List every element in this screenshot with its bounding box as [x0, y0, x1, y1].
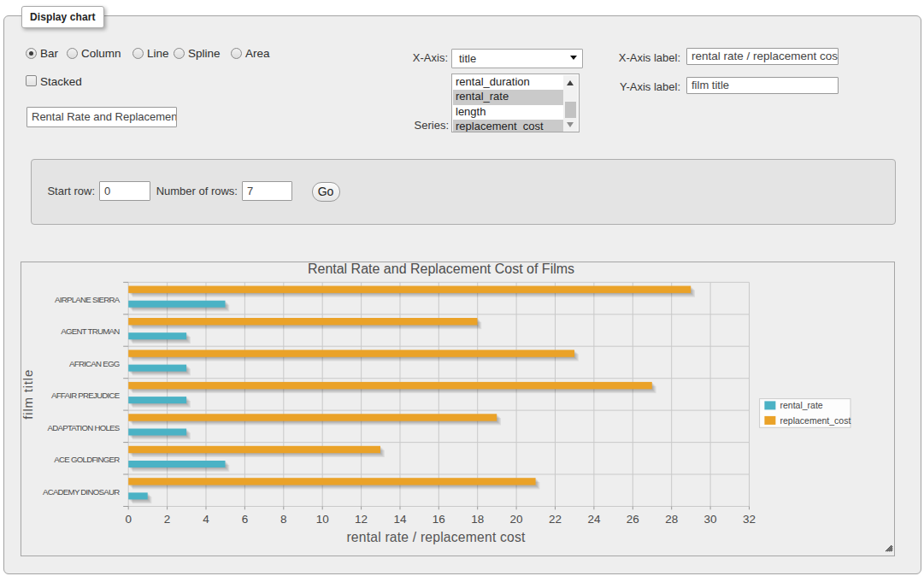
svg-text:32: 32	[743, 513, 756, 526]
svg-text:film title: film title	[21, 369, 36, 420]
svg-text:10: 10	[316, 513, 329, 526]
svg-text:AFRICAN EGG: AFRICAN EGG	[69, 359, 120, 368]
svg-text:30: 30	[704, 513, 717, 526]
svg-text:8: 8	[280, 513, 287, 526]
svg-text:0: 0	[125, 513, 132, 526]
svg-text:Rental Rate and Replacement Co: Rental Rate and Replacement Cost of Film…	[308, 262, 574, 276]
svg-text:6: 6	[242, 513, 249, 526]
svg-text:12: 12	[355, 513, 368, 526]
svg-text:22: 22	[549, 513, 562, 526]
svg-text:ACE GOLDFINGER: ACE GOLDFINGER	[54, 455, 120, 464]
svg-text:AIRPLANE SIERRA: AIRPLANE SIERRA	[55, 295, 121, 304]
svg-text:rental rate / replacement cost: rental rate / replacement cost	[346, 530, 526, 544]
svg-text:ADAPTATION HOLES: ADAPTATION HOLES	[48, 423, 121, 432]
svg-text:AFFAIR PREJUDICE: AFFAIR PREJUDICE	[51, 391, 121, 400]
svg-text:16: 16	[433, 513, 445, 526]
svg-text:replacement_cost: replacement_cost	[780, 415, 851, 426]
svg-text:26: 26	[627, 513, 639, 526]
svg-text:14: 14	[393, 513, 407, 526]
svg-text:AGENT TRUMAN: AGENT TRUMAN	[61, 326, 120, 336]
svg-text:20: 20	[510, 513, 523, 526]
svg-text:28: 28	[665, 513, 678, 526]
svg-text:18: 18	[471, 513, 484, 526]
svg-text:2: 2	[164, 513, 171, 526]
svg-text:rental_rate: rental_rate	[780, 400, 823, 410]
svg-text:ACADEMY DINOSAUR: ACADEMY DINOSAUR	[43, 487, 120, 497]
svg-text:24: 24	[587, 513, 601, 526]
svg-text:4: 4	[203, 513, 209, 526]
